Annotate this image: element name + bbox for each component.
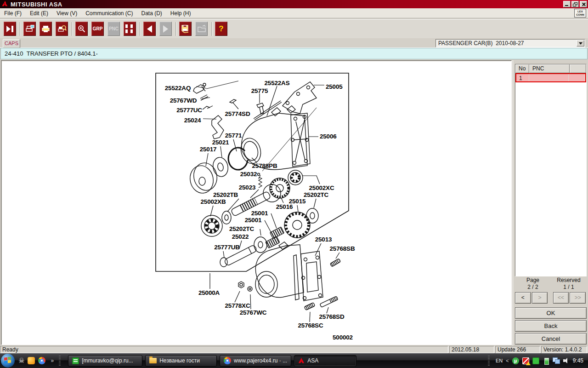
back-arrow-icon [147, 25, 152, 33]
status-update: Update 266 [495, 346, 540, 353]
language-indicator[interactable]: EN [496, 358, 503, 363]
part-label: 25771 [225, 132, 242, 139]
diagram-area[interactable]: 25522AQ25767WD25777UC2502425774SD2577525… [1, 60, 512, 345]
print-setup-button[interactable] [23, 22, 36, 36]
exit-button[interactable] [4, 22, 16, 36]
quick-launch-overflow-chevron[interactable]: » [51, 357, 54, 364]
chrome-icon [224, 357, 231, 364]
reserved-prev-button[interactable]: << [553, 292, 569, 304]
row-no: 1 [516, 74, 529, 81]
reserved-value: 1 / 1 [551, 284, 587, 291]
pager: Page 2 / 2 Reserved 1 / 1 < > << >> [515, 277, 587, 304]
minimize-button[interactable] [563, 1, 571, 7]
menu-edit[interactable]: Edit (E) [26, 9, 52, 18]
help-button[interactable]: ? [215, 22, 227, 36]
volume-icon[interactable] [563, 357, 570, 364]
section-info-bar: 24-410 TRANSFER PTO / 8404.1- [0, 48, 588, 59]
start-button[interactable] [1, 354, 15, 368]
part-label: 25768SC [298, 322, 323, 329]
menu-data[interactable]: Data (D) [137, 9, 166, 18]
status-date: 2012.05.18 [449, 346, 494, 353]
print-button[interactable] [40, 22, 52, 36]
tray-expand-chevron[interactable]: < [506, 358, 509, 363]
task-asa[interactable]: ASA [294, 355, 356, 367]
part-label: 25002XC [309, 184, 334, 191]
part-label: 25021 [212, 139, 229, 146]
col-no: No [515, 64, 529, 73]
part-label: 25202TC [229, 225, 254, 232]
task-browser[interactable]: www.pajero4x4.ru · ... [220, 355, 291, 367]
part-label: 25775 [251, 87, 268, 94]
exit-icon [6, 26, 13, 32]
menu-view[interactable]: View (V) [52, 9, 81, 18]
grp-button[interactable]: GRP [91, 22, 104, 36]
antivirus-warning-icon[interactable] [522, 357, 529, 364]
parts-row-selected[interactable]: 1 [515, 73, 586, 82]
part-label: 25768SD [319, 313, 345, 320]
page-value: 2 / 2 [515, 284, 551, 291]
part-label: 25202TC [304, 191, 329, 198]
taskbar: ☠ » [mmuravko@qip.ru... Незваные гости w… [0, 353, 588, 368]
page-prev-button[interactable]: < [515, 292, 531, 304]
reserved-next-button[interactable]: >> [570, 292, 586, 304]
windows-logo-icon [4, 357, 11, 364]
back-button[interactable] [143, 22, 156, 36]
page-next-button[interactable]: > [532, 292, 548, 304]
task-qip[interactable]: [mmuravko@qip.ru... [68, 355, 142, 367]
part-label: 25013 [315, 236, 332, 243]
close-button[interactable] [580, 1, 587, 7]
forward-button [159, 22, 172, 36]
back-nav-button[interactable]: Back [515, 320, 587, 332]
part-label: 25017 [200, 146, 217, 153]
part-label: 25522AQ [165, 85, 191, 92]
pnc-button: PNC [107, 22, 120, 36]
part-label: 25774SD [225, 110, 250, 117]
part-label: 25522AS [265, 80, 290, 86]
catalog-combobox-value: PASSENGER CAR(B) 2010-08-27 [436, 40, 577, 46]
part-label: 25022 [232, 233, 249, 240]
parts-diagram[interactable]: 25522AQ25767WD25777UC2502425774SD2577525… [1, 61, 511, 345]
battery-icon[interactable] [543, 357, 549, 364]
skull-app-icon[interactable]: ☠ [18, 356, 24, 365]
quick-launch: ☠ » [18, 356, 63, 366]
zoom-button[interactable] [75, 22, 88, 36]
part-label: 25767WC [240, 309, 267, 316]
combobox-dropdown-button[interactable] [577, 40, 584, 46]
cancel-button[interactable]: Cancel [515, 333, 587, 345]
ok-button[interactable]: OK [515, 307, 587, 319]
part-label: 25002XB [201, 198, 226, 205]
part-label: 25000A [198, 289, 220, 296]
forward-arrow-icon [163, 25, 168, 33]
catalog-combobox[interactable]: PASSENGER CAR(B) 2010-08-27 [435, 39, 585, 47]
tray-clock[interactable]: 9:45 [573, 357, 583, 364]
part-label: 25016 [276, 203, 293, 210]
menu-help[interactable]: Help (H) [166, 9, 195, 18]
parts-list[interactable]: No PNC 1 [515, 64, 587, 276]
part-label: 25024 [184, 117, 201, 124]
menu-communication[interactable]: Communication (C) [81, 9, 137, 18]
save-button[interactable] [179, 22, 192, 36]
col-pnc: PNC [529, 64, 570, 73]
tab-caps[interactable]: CAPS [3, 39, 20, 48]
utorrent-icon[interactable]: µ [512, 357, 519, 364]
network-icon[interactable] [553, 357, 560, 364]
tab-strip: CAPS PASSENGER CAR(B) 2010-08-27 [0, 38, 588, 48]
menu-file[interactable]: File (F) [0, 9, 26, 18]
printer-icon [41, 25, 51, 33]
restore-button[interactable] [571, 1, 579, 7]
qip-tray-icon[interactable] [532, 357, 539, 364]
download-manager-icon[interactable] [28, 357, 35, 364]
part-label: 25777UB [214, 244, 240, 251]
tray-grip [488, 356, 490, 366]
print-preview-button[interactable] [56, 22, 68, 36]
status-version: Version: 1.4.0.2 [541, 346, 587, 353]
part-label: 25788PB [252, 162, 277, 169]
reserved-label: Reserved [551, 277, 587, 284]
layout-button[interactable] [124, 22, 136, 36]
chrome-icon[interactable] [38, 357, 45, 364]
task-folder[interactable]: Незваные гости [145, 355, 217, 367]
window-title: MITSUBISHI ASA [11, 1, 62, 8]
application-window: MITSUBISHI ASA File (F) Edit (E) View (V… [0, 0, 588, 368]
status-ready: Ready [0, 346, 448, 353]
mitsubishi-logo-icon [2, 1, 8, 7]
